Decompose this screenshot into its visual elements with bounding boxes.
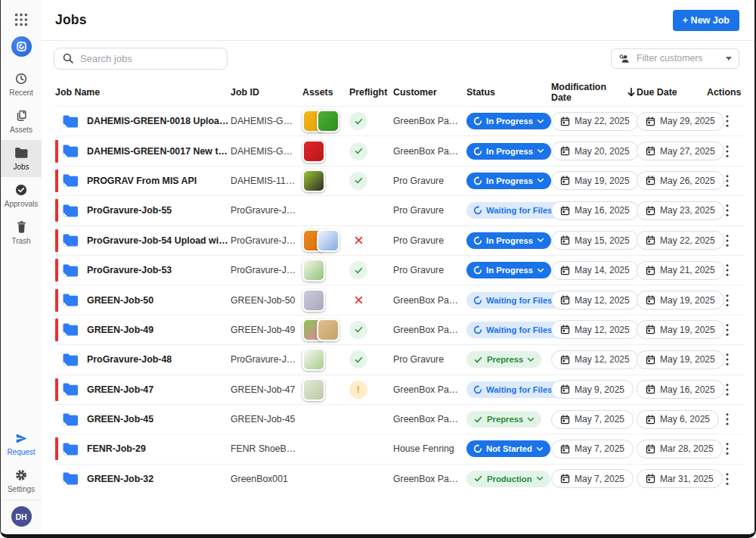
sidebar-item-trash[interactable]: Trash	[1, 214, 42, 251]
status-pill[interactable]: In Progress	[466, 232, 551, 249]
modification-date: May 14, 2025	[575, 265, 630, 275]
row-actions-button[interactable]	[717, 201, 737, 220]
table-row[interactable]: ProGravure-Job-53ProGravure-Job-53Pro Gr…	[55, 255, 744, 285]
table-row[interactable]: GREEN-Job-47GREEN-Job-47!GreenBox Packag…	[55, 375, 744, 404]
modification-date-cell: May 12, 2025	[551, 291, 637, 309]
column-header-job-name[interactable]: Job Name	[55, 87, 231, 98]
spinner-icon	[473, 385, 482, 394]
due-date-cell: Mar 28, 2025	[637, 440, 707, 459]
status-pill[interactable]: In Progress	[466, 262, 551, 278]
status-pill[interactable]: In Progress	[466, 143, 551, 160]
search-box[interactable]	[54, 48, 228, 70]
column-header-assets[interactable]: Assets	[302, 87, 349, 98]
row-actions-button[interactable]	[717, 469, 737, 489]
avatar[interactable]: DH	[11, 506, 32, 527]
status-pill[interactable]: Prepress	[466, 411, 541, 428]
status-cell: Waiting for Files	[466, 202, 551, 219]
calendar-icon	[646, 384, 655, 394]
asset-thumbnail[interactable]	[302, 140, 325, 163]
column-header-actions[interactable]: Actions	[707, 87, 745, 98]
search-input[interactable]	[80, 53, 219, 64]
calendar-icon	[646, 474, 655, 484]
flag-bar-empty	[55, 110, 58, 132]
table-row[interactable]: ProGravure-Job-54 Upload with ViewerProG…	[55, 225, 744, 255]
row-actions-button[interactable]	[717, 350, 737, 369]
status-pill[interactable]: Production	[466, 471, 550, 487]
table-row[interactable]: FENR-Job-29FENR ShoeBox 001House Fenring…	[55, 434, 744, 463]
customer-filter-select[interactable]: Filter customers	[611, 48, 739, 69]
chevron-down-icon	[537, 148, 544, 154]
job-id: ProGravure-Job-48	[231, 354, 302, 365]
row-actions-button[interactable]	[717, 291, 737, 310]
status-pill[interactable]: In Progress	[466, 113, 551, 129]
row-actions-button[interactable]	[717, 380, 737, 400]
job-name-cell: DAHEMIS-GREEN-0017 New test job ...	[55, 140, 231, 163]
chevron-down-icon	[537, 119, 544, 124]
row-actions-button[interactable]	[717, 439, 737, 459]
column-header-job-id[interactable]: Job ID	[231, 87, 302, 98]
new-job-button[interactable]: + New Job	[673, 10, 739, 31]
modification-date-pill: May 12, 2025	[551, 350, 639, 369]
flag-bar	[55, 199, 58, 222]
spinner-icon	[473, 176, 482, 185]
asset-thumbnail[interactable]	[302, 169, 325, 192]
sidebar-item-settings[interactable]: Settings	[1, 462, 42, 499]
spinner-icon	[473, 266, 482, 275]
column-header-due-date[interactable]: Due Date	[637, 87, 707, 98]
sidebar-item-approvals[interactable]: Approvals	[1, 177, 42, 214]
sidebar-item-recent[interactable]: Recent	[1, 66, 42, 103]
table-row[interactable]: DAHEMIS-GREEN-0017 New test job ...DAHEM…	[55, 135, 744, 165]
job-id: DAHEMIS-11O24v	[231, 176, 302, 186]
chevron-down-icon	[527, 417, 534, 422]
table-row[interactable]: GREEN-Job-49GREEN-Job-49GreenBox Packagi…	[55, 315, 744, 344]
row-actions-button[interactable]	[717, 260, 737, 280]
job-name: PROGRAV From MIS API	[87, 176, 197, 186]
column-label: Customer	[393, 87, 437, 98]
table-row[interactable]: PROGRAV From MIS APIDAHEMIS-11O24vPro Gr…	[55, 166, 744, 195]
sidebar-item-jobs[interactable]: Jobs	[1, 140, 42, 177]
app-logo-icon[interactable]	[11, 36, 32, 57]
sort-arrow-icon[interactable]	[626, 87, 637, 98]
table-row[interactable]: GREEN-Job-50GREEN-Job-50GreenBox Packagi…	[55, 285, 744, 314]
asset-thumbnail[interactable]	[302, 289, 325, 312]
calendar-icon	[560, 474, 570, 484]
table-row[interactable]: DAHEMIS-GREEN-0018 Upload Open ...DAHEMI…	[55, 106, 744, 135]
apps-grid-icon[interactable]	[12, 11, 30, 29]
table-row[interactable]: ProGravure-Job-55ProGravure-Job-55Pro Gr…	[55, 195, 744, 225]
sidebar-item-request[interactable]: Request	[1, 425, 42, 462]
sidebar-item-label: Assets	[10, 126, 33, 134]
status-pill[interactable]: In Progress	[466, 173, 551, 189]
folder-icon	[62, 353, 79, 367]
row-actions-button[interactable]	[717, 171, 737, 191]
preflight-pass-icon	[349, 261, 367, 279]
row-actions-button[interactable]	[717, 111, 737, 131]
row-actions-button[interactable]	[717, 141, 737, 161]
column-header-customer[interactable]: Customer	[393, 87, 466, 98]
job-name-cell: ProGravure-Job-54 Upload with Viewer	[55, 229, 231, 252]
modification-date-pill: May 12, 2025	[551, 291, 639, 309]
column-header-modification-date[interactable]: Modification Date	[551, 82, 637, 103]
row-actions-button[interactable]	[717, 320, 737, 340]
sidebar-item-assets[interactable]: Assets	[1, 103, 42, 140]
job-id: GreenBox001	[231, 474, 302, 484]
status-label: Production	[487, 474, 532, 484]
row-actions-button[interactable]	[717, 231, 737, 250]
job-name: ProGravure-Job-55	[87, 205, 172, 216]
table-row[interactable]: GREEN-Job-32GreenBox001GreenBox Packagi.…	[55, 464, 744, 493]
table-row[interactable]: ProGravure-Job-48ProGravure-Job-48Pro Gr…	[55, 344, 744, 374]
asset-thumbnail[interactable]	[317, 229, 339, 252]
column-header-preflight[interactable]: Preflight	[349, 87, 393, 98]
folder-icon	[62, 144, 79, 158]
preflight-warning-icon: !	[349, 381, 367, 399]
asset-thumbnail[interactable]	[302, 378, 325, 401]
status-pill[interactable]: Prepress	[466, 351, 541, 368]
flag-bar-empty	[55, 348, 58, 371]
column-header-status[interactable]: Status	[466, 87, 551, 98]
row-actions-button[interactable]	[717, 409, 737, 429]
table-row[interactable]: GREEN-Job-45GREEN-Job-45GreenBox Packagi…	[55, 404, 744, 434]
status-pill[interactable]: Not Started	[466, 440, 550, 457]
asset-thumbnail[interactable]	[302, 348, 325, 371]
asset-thumbnail[interactable]	[302, 259, 325, 281]
asset-thumbnail[interactable]	[317, 319, 339, 341]
asset-thumbnail[interactable]	[317, 110, 339, 132]
